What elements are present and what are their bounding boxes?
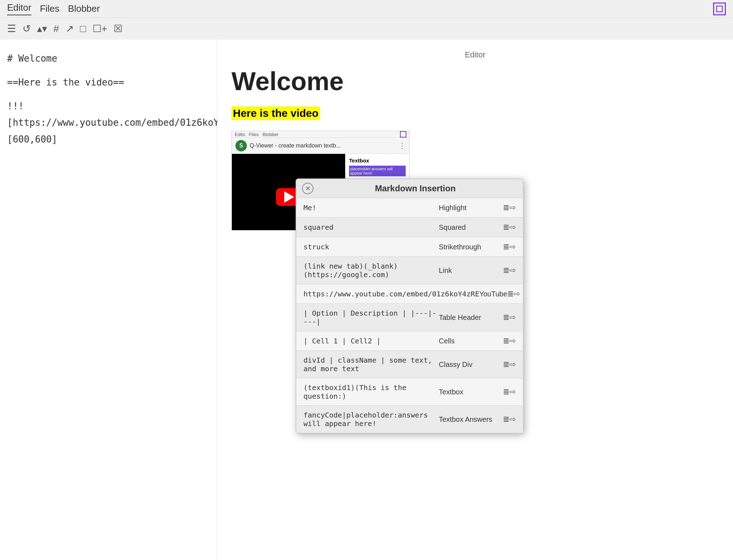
menu-blobber[interactable]: Blobber: [68, 3, 100, 14]
modal-row-insert-icon[interactable]: ≣⇨: [503, 266, 516, 275]
preview-title: Editor: [232, 50, 719, 59]
add-box-icon[interactable]: ☐+: [93, 23, 107, 35]
modal-row-text: fancyCode|placeholder:answers will appea…: [303, 411, 439, 428]
editor-line-2: ==Here is the video==: [7, 74, 210, 91]
video-header-bar: S Q-Viewer - create markdown textb... ⋮: [232, 138, 409, 154]
more-icon: ⋮: [399, 141, 406, 150]
editor-line-1: # Welcome: [7, 50, 210, 67]
video-top-bar: Edits Files Blobber: [232, 131, 409, 138]
markdown-insertion-modal: ✕ Markdown Insertion Me!Highlight≣⇨squar…: [296, 178, 524, 434]
modal-row[interactable]: (link new tab)(_blank)(https://google.co…: [296, 257, 523, 284]
modal-row[interactable]: (textboxid1)(This is the question:)Textb…: [296, 378, 523, 406]
modal-row-label: Classy Div: [439, 361, 503, 369]
modal-row-text: https://www.youtube.com/embed/01z6koY4zR…: [303, 290, 479, 298]
modal-row-label: Textbox Answers: [439, 415, 503, 424]
modal-row-label: Strikethrough: [439, 243, 503, 251]
modal-row-text: Me!: [303, 203, 439, 212]
link-icon[interactable]: ↗: [66, 23, 74, 35]
modal-row[interactable]: | Cell 1 | Cell2 |Cells≣⇨: [296, 331, 523, 351]
list-icon[interactable]: ☰: [7, 23, 16, 35]
modal-row-text: divId | className | some text, and more …: [303, 356, 439, 373]
modal-row[interactable]: squaredSquared≣⇨: [296, 218, 523, 237]
heading-icon[interactable]: #: [53, 23, 59, 35]
modal-row[interactable]: struckStrikethrough≣⇨: [296, 237, 523, 257]
modal-row-insert-icon[interactable]: ≣⇨: [503, 242, 516, 252]
box-icon[interactable]: □: [80, 23, 86, 35]
modal-row-text: (link new tab)(_blank)(https://google.co…: [303, 262, 439, 279]
modal-row[interactable]: | Option | Description | |---|----| Tabl…: [296, 304, 523, 331]
modal-row-label: Cells: [439, 337, 503, 345]
modal-row[interactable]: https://www.youtube.com/embed/01z6koY4zR…: [296, 284, 523, 304]
modal-row-insert-icon[interactable]: ≣⇨: [503, 360, 516, 369]
preview-highlighted-text: Here is the video: [232, 107, 320, 120]
menu-bar: Editor Files Blobber: [0, 0, 733, 18]
menu-editor[interactable]: Editor: [7, 2, 31, 15]
modal-row[interactable]: fancyCode|placeholder:answers will appea…: [296, 406, 523, 433]
modal-close-button[interactable]: ✕: [302, 183, 313, 194]
modal-row[interactable]: Me!Highlight≣⇨: [296, 198, 523, 218]
modal-rows: Me!Highlight≣⇨squaredSquared≣⇨struckStri…: [296, 198, 523, 433]
modal-row-insert-icon[interactable]: ≣⇨: [503, 203, 516, 212]
modal-row-label: YouTube: [479, 290, 508, 298]
modal-header: ✕ Markdown Insertion: [296, 179, 523, 198]
delete-box-icon[interactable]: ☒: [114, 23, 123, 35]
move-icon[interactable]: ▴▾: [37, 23, 47, 35]
modal-row-text: (textboxid1)(This is the question:): [303, 383, 439, 400]
play-triangle-icon: [284, 191, 294, 203]
modal-row-text: struck: [303, 243, 439, 251]
modal-row-insert-icon[interactable]: ≣⇨: [503, 223, 516, 232]
modal-row-insert-icon[interactable]: ≣⇨: [507, 289, 520, 299]
editor-pane[interactable]: # Welcome ==Here is the video== !!![http…: [0, 40, 217, 560]
modal-row-insert-icon[interactable]: ≣⇨: [503, 387, 516, 396]
preview-heading: Welcome: [232, 67, 719, 96]
toolbar: ☰ ↺ ▴▾ # ↗ □ ☐+ ☒: [0, 18, 733, 40]
top-bar-menu: Edits Files Blobber: [235, 132, 279, 137]
form-highlight-code: placeholder:answers will appear here!: [349, 166, 406, 176]
window-icon[interactable]: [713, 2, 726, 15]
modal-row-label: Highlight: [439, 204, 503, 212]
modal-row-insert-icon[interactable]: ≣⇨: [503, 336, 516, 346]
avatar: S: [235, 140, 247, 151]
modal-row-insert-icon[interactable]: ≣⇨: [503, 313, 516, 322]
svg-rect-0: [717, 6, 722, 12]
modal-row-text: | Option | Description | |---|----|: [303, 309, 439, 326]
video-window-icon: [400, 131, 406, 138]
modal-row-label: Table Header: [439, 313, 503, 322]
modal-row-label: Link: [439, 266, 503, 275]
video-title: Q-Viewer - create markdown textb...: [250, 142, 341, 149]
menu-files[interactable]: Files: [40, 3, 59, 14]
preview-pane: Editor Welcome Here is the video Edits F…: [217, 40, 733, 560]
editor-line-3: !!![https://www.youtube.com/embed/01z6ko…: [7, 98, 210, 148]
modal-row[interactable]: divId | className | some text, and more …: [296, 351, 523, 378]
modal-row-label: Squared: [439, 223, 503, 232]
modal-row-text: squared: [303, 223, 439, 232]
modal-row-insert-icon[interactable]: ≣⇨: [503, 415, 516, 424]
modal-title: Markdown Insertion: [313, 183, 517, 193]
modal-row-text: | Cell 1 | Cell2 |: [303, 337, 439, 345]
form-title: Textbox: [349, 157, 406, 164]
refresh-icon[interactable]: ↺: [22, 23, 31, 35]
modal-row-label: Textbox: [439, 388, 503, 396]
